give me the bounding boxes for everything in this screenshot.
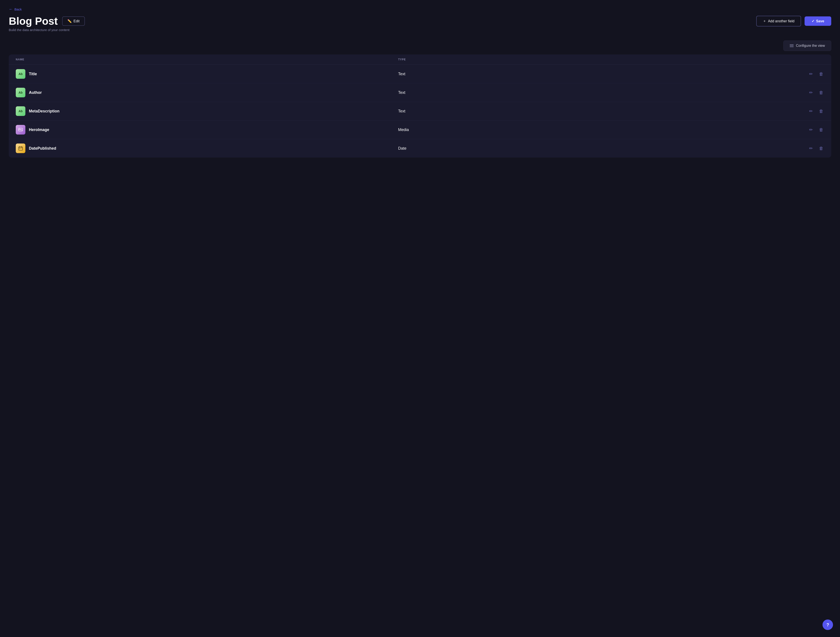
field-type-label: Text bbox=[398, 72, 780, 76]
fields-table: NAME TYPE Ab Title Text ✏ 🗑 Ab Author Te… bbox=[9, 54, 831, 158]
field-actions: ✏ 🗑 bbox=[780, 126, 824, 133]
field-type-label: Text bbox=[398, 90, 780, 95]
edit-field-icon[interactable]: ✏ bbox=[808, 70, 814, 77]
header-left: Blog Post ✏️ Edit bbox=[9, 15, 85, 27]
table-row: Ab Title Text ✏ 🗑 bbox=[9, 65, 831, 83]
check-icon: ✓ bbox=[812, 19, 815, 23]
field-actions: ✏ 🗑 bbox=[780, 145, 824, 152]
edit-label: Edit bbox=[74, 19, 80, 23]
field-type-label: Date bbox=[398, 146, 780, 151]
table-row: Ab MetaDescription Text ✏ 🗑 bbox=[9, 102, 831, 120]
table-row: HeroImage Media ✏ 🗑 bbox=[9, 120, 831, 139]
date-svg-icon bbox=[18, 146, 23, 151]
configure-lines-icon bbox=[790, 44, 794, 47]
subtitle: Build the data architecture of your cont… bbox=[9, 28, 831, 32]
save-button[interactable]: ✓ Save bbox=[805, 16, 831, 26]
field-name-cell: Ab Author bbox=[16, 88, 398, 97]
delete-field-icon[interactable]: 🗑 bbox=[818, 89, 824, 96]
edit-field-icon[interactable]: ✏ bbox=[808, 89, 814, 96]
table-header: NAME TYPE bbox=[9, 54, 831, 65]
page-title: Blog Post bbox=[9, 15, 58, 27]
header-right: ＋ Add another field ✓ Save bbox=[756, 16, 831, 27]
configure-view-button[interactable]: Configure the view bbox=[783, 41, 831, 51]
field-name-cell: Ab MetaDescription bbox=[16, 106, 398, 116]
field-name-cell: Ab Title bbox=[16, 69, 398, 79]
field-name-label: HeroImage bbox=[29, 128, 49, 132]
text-icon-label: Ab bbox=[19, 109, 23, 113]
configure-view-label: Configure the view bbox=[796, 44, 825, 48]
field-name-label: DatePublished bbox=[29, 146, 56, 151]
add-field-label: Add another field bbox=[768, 19, 794, 23]
edit-field-icon[interactable]: ✏ bbox=[808, 145, 814, 152]
field-type-label: Text bbox=[398, 109, 780, 114]
edit-field-icon[interactable]: ✏ bbox=[808, 126, 814, 133]
delete-field-icon[interactable]: 🗑 bbox=[818, 126, 824, 133]
svg-rect-6 bbox=[19, 149, 20, 149]
svg-rect-2 bbox=[19, 147, 22, 150]
svg-point-1 bbox=[19, 129, 20, 130]
help-button[interactable]: ? bbox=[823, 620, 833, 630]
delete-field-icon[interactable]: 🗑 bbox=[818, 71, 824, 77]
field-name-label: MetaDescription bbox=[29, 109, 60, 114]
field-actions: ✏ 🗑 bbox=[780, 107, 824, 115]
configure-row: Configure the view bbox=[9, 41, 831, 51]
field-type-icon-text: Ab bbox=[16, 69, 25, 79]
add-field-button[interactable]: ＋ Add another field bbox=[756, 16, 801, 27]
help-label: ? bbox=[826, 622, 829, 628]
media-svg-icon bbox=[18, 127, 23, 132]
field-name-label: Title bbox=[29, 72, 37, 76]
column-name-header: NAME bbox=[16, 58, 398, 61]
field-type-icon-text: Ab bbox=[16, 88, 25, 97]
edit-field-icon[interactable]: ✏ bbox=[808, 107, 814, 115]
back-link[interactable]: ← Back bbox=[9, 7, 22, 12]
field-actions: ✏ 🗑 bbox=[780, 70, 824, 77]
delete-field-icon[interactable]: 🗑 bbox=[818, 145, 824, 152]
column-type-header: TYPE bbox=[398, 58, 780, 61]
save-label: Save bbox=[816, 19, 824, 23]
field-name-label: Author bbox=[29, 90, 42, 95]
plus-icon: ＋ bbox=[763, 19, 766, 24]
text-icon-label: Ab bbox=[19, 72, 23, 76]
text-icon-label: Ab bbox=[19, 91, 23, 94]
edit-button[interactable]: ✏️ Edit bbox=[62, 16, 85, 26]
back-arrow-icon: ← bbox=[9, 7, 13, 12]
field-name-cell: DatePublished bbox=[16, 144, 398, 153]
field-name-cell: HeroImage bbox=[16, 125, 398, 134]
field-type-icon-date bbox=[16, 144, 25, 153]
field-type-icon-media bbox=[16, 125, 25, 134]
pencil-icon: ✏️ bbox=[67, 19, 72, 23]
back-label: Back bbox=[14, 8, 22, 11]
column-actions-header bbox=[780, 58, 824, 61]
delete-field-icon[interactable]: 🗑 bbox=[818, 108, 824, 115]
table-row: Ab Author Text ✏ 🗑 bbox=[9, 83, 831, 102]
header-row: Blog Post ✏️ Edit ＋ Add another field ✓ … bbox=[9, 15, 831, 27]
field-type-label: Media bbox=[398, 128, 780, 132]
field-type-icon-text: Ab bbox=[16, 106, 25, 116]
field-actions: ✏ 🗑 bbox=[780, 89, 824, 96]
table-row: DatePublished Date ✏ 🗑 bbox=[9, 139, 831, 158]
